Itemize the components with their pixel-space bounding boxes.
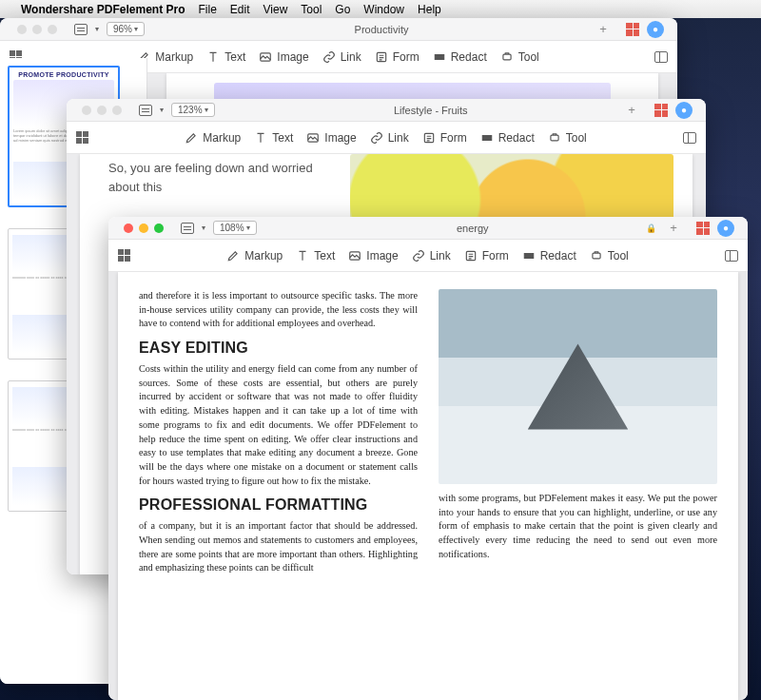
view-mode-icon[interactable] [139, 105, 152, 116]
redact-button[interactable]: Redact [433, 50, 487, 64]
menu-window[interactable]: Window [363, 3, 404, 16]
view-mode-icon[interactable] [181, 223, 194, 234]
thumbnails-icon[interactable] [76, 131, 88, 144]
form-button[interactable]: Form [375, 50, 420, 64]
app-name[interactable]: Wondershare PDFelement Pro [21, 3, 185, 16]
form-button[interactable]: Form [464, 249, 509, 262]
window-energy: ▾ 108% ▾ energy 🔒 + ● Markup Text Image … [108, 217, 748, 700]
layout-icon[interactable] [725, 250, 738, 262]
avatar[interactable]: ● [675, 102, 693, 119]
tool-button[interactable]: Tool [590, 249, 629, 262]
thumbnails-icon[interactable] [118, 249, 130, 262]
chrome-bar: ▾ 108% ▾ energy 🔒 + ● [108, 217, 748, 240]
chrome-bar: ▾ 96% ▾ Productivity + ● [0, 18, 677, 41]
traffic-lights[interactable] [114, 224, 173, 233]
traffic-lights[interactable] [8, 25, 67, 34]
menu-file[interactable]: File [199, 3, 217, 16]
chevron-down-icon[interactable]: ▾ [95, 25, 99, 33]
markup-button[interactable]: Markup [185, 131, 241, 145]
document-page: and therefore it is less important to ou… [118, 272, 738, 700]
layout-icon[interactable] [654, 51, 668, 63]
zoom-select[interactable]: 123% ▾ [171, 103, 215, 117]
tab-energy[interactable]: energy [457, 223, 489, 234]
add-tab-button[interactable]: + [595, 22, 611, 36]
traffic-lights[interactable] [72, 106, 131, 115]
toolbar: Markup Text Image Link Form Redact Tool [108, 240, 748, 272]
svg-rect-8 [593, 253, 600, 259]
svg-rect-2 [503, 54, 511, 60]
body-text: So, you are feeling down and worried abo… [108, 159, 346, 197]
toolbar: Markup Text Image Link Form Redact Tool [67, 122, 706, 154]
link-button[interactable]: Link [412, 249, 451, 262]
form-button[interactable]: Form [422, 131, 467, 145]
layout-icon[interactable] [683, 132, 696, 144]
add-tab-button[interactable]: + [624, 103, 639, 117]
avatar[interactable]: ● [647, 21, 664, 38]
text-button[interactable]: Text [254, 131, 293, 145]
apps-grid-icon[interactable] [654, 104, 668, 117]
zoom-select[interactable]: 108% ▾ [213, 221, 257, 235]
mountain-image [439, 289, 717, 484]
lock-icon: 🔒 [646, 224, 656, 233]
tool-button[interactable]: Tool [548, 131, 587, 145]
tool-button[interactable]: Tool [500, 50, 539, 64]
apps-grid-icon[interactable] [626, 23, 639, 36]
redact-button[interactable]: Redact [480, 131, 535, 145]
menu-tool[interactable]: Tool [301, 3, 322, 16]
heading-professional-formatting: PROFESSIONAL FORMATTING [139, 494, 418, 515]
body-text: with some programs, but PDFelement makes… [439, 492, 717, 561]
heading-easy-editing: EASY EDITING [139, 337, 418, 359]
avatar[interactable]: ● [717, 220, 734, 237]
chrome-bar: ▾ 123% ▾ Lifestyle - Fruits + ● [67, 99, 706, 122]
add-tab-button[interactable]: + [666, 221, 681, 235]
mac-menubar: Wondershare PDFelement Pro File Edit Vie… [0, 0, 761, 18]
image-button[interactable]: Image [348, 249, 398, 262]
zoom-select[interactable]: 96% ▾ [107, 22, 145, 36]
markup-button[interactable]: Markup [226, 249, 283, 262]
tab-productivity[interactable]: Productivity [355, 24, 409, 35]
redact-button[interactable]: Redact [522, 249, 576, 262]
menu-edit[interactable]: Edit [230, 3, 250, 16]
menu-go[interactable]: Go [335, 3, 350, 16]
link-button[interactable]: Link [322, 50, 361, 64]
link-button[interactable]: Link [370, 131, 409, 145]
body-text: of a company, but it is an important fac… [139, 519, 418, 575]
view-mode-icon[interactable] [74, 24, 88, 35]
document-viewport[interactable]: and therefore it is less important to ou… [108, 272, 748, 700]
body-text: Costs within the utility and energy fiel… [139, 362, 418, 488]
menu-view[interactable]: View [263, 3, 288, 16]
tab-lifestyle[interactable]: Lifestyle - Fruits [394, 105, 468, 116]
text-button[interactable]: Text [296, 249, 335, 262]
apps-grid-icon[interactable] [696, 222, 710, 235]
body-text: and therefore it is less important to ou… [139, 289, 418, 331]
image-button[interactable]: Image [306, 131, 356, 145]
svg-rect-5 [551, 135, 558, 141]
image-button[interactable]: Image [259, 50, 308, 64]
menu-help[interactable]: Help [418, 3, 441, 16]
text-button[interactable]: Text [206, 50, 245, 64]
